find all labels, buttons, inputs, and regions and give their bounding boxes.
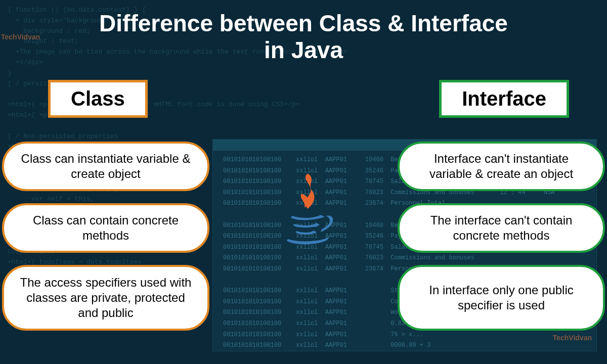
- interface-header: Interface: [439, 80, 569, 118]
- watermark: TechVidvan: [553, 334, 592, 342]
- java-logo-icon: [277, 169, 338, 250]
- interface-point-1: Interface can't instantiate variable & c…: [398, 142, 605, 191]
- class-point-2: Class can contain concrete methods: [2, 203, 209, 253]
- interface-point-2: The interface can't contain concrete met…: [398, 203, 605, 253]
- class-point-1: Class can instantiate variable & create …: [2, 142, 209, 191]
- title-line-1: Difference between Class & Interface: [99, 10, 508, 36]
- main-title: Difference between Class & Interface in …: [0, 10, 607, 64]
- class-point-3: The access specifiers used with classes …: [2, 265, 209, 331]
- title-line-2: in Java: [264, 37, 343, 63]
- class-header: Class: [48, 80, 148, 118]
- interface-point-3: In interface only one public specifier i…: [398, 265, 605, 331]
